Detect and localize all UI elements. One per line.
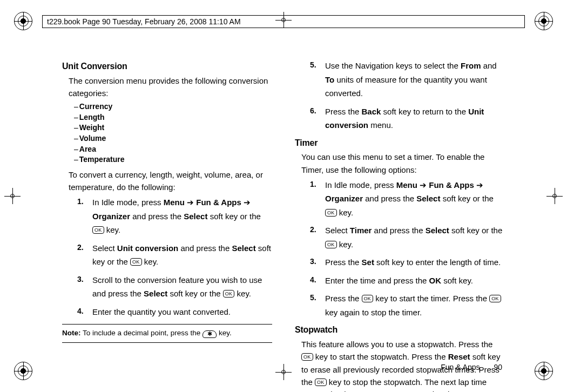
unit-conversion-steps: 1. In Idle mode, press Menu ➔ Fun & Apps… (77, 195, 272, 319)
page-header-text: t229.book Page 90 Tuesday, February 26, … (47, 17, 241, 26)
conversion-categories-list: –Currency –Length –Weight –Volume –Area … (74, 102, 272, 165)
ok-key-icon: OK (130, 258, 142, 266)
step-item: 3. Press the Set soft key to enter the l… (310, 255, 505, 269)
list-item: –Temperature (74, 154, 272, 165)
crop-cross-icon (4, 188, 21, 204)
section-title-timer: Timer (295, 137, 505, 150)
list-item: –Volume (74, 133, 272, 144)
registration-mark-icon (14, 12, 32, 30)
step-item: 2. Select Unit conversion and press the … (77, 241, 272, 269)
list-item: –Area (74, 144, 272, 155)
ok-key-icon: OK (362, 295, 374, 302)
step-item: 4. Enter the time and press the OK soft … (310, 274, 505, 288)
ok-key-icon: OK (315, 379, 327, 386)
unit-conversion-lead: To convert a currency, length, weight, v… (69, 168, 272, 194)
unit-conversion-intro: The conversion menu provides the followi… (69, 75, 272, 100)
step-item: 1. In Idle mode, press Menu ➔ Fun & Apps… (77, 195, 272, 237)
crop-cross-icon (546, 188, 563, 204)
ok-key-icon: OK (301, 353, 313, 361)
step-item: 5. Use the Navigation keys to select the… (310, 59, 505, 100)
registration-mark-icon (535, 12, 553, 30)
page-footer: Fun & Apps 90 (441, 363, 502, 371)
crop-cross-icon (275, 364, 292, 380)
ok-key-icon: OK (489, 295, 501, 302)
step-item: 5. Press the OK key to start the timer. … (310, 292, 505, 319)
list-item: –Currency (74, 102, 272, 112)
timer-steps: 1. In Idle mode, press Menu ➔ Fun & Apps… (310, 178, 505, 320)
page-content: Unit Conversion The conversion menu prov… (62, 57, 505, 360)
note-block: Note: To include a decimal point, press … (62, 324, 272, 343)
step-item: 1. In Idle mode, press Menu ➔ Fun & Apps… (310, 178, 505, 220)
section-title-unit-conversion: Unit Conversion (62, 60, 272, 73)
footer-page-number: 90 (494, 363, 502, 371)
footer-section: Fun & Apps (441, 363, 480, 371)
ok-key-icon: OK (223, 290, 235, 298)
page-header-bar: t229.book Page 90 Tuesday, February 26, … (42, 15, 525, 28)
timer-intro: You can use this menu to set a timer. To… (301, 151, 505, 176)
list-item: –Weight (74, 123, 272, 133)
ok-key-icon: OK (325, 241, 337, 248)
ok-key-icon: OK (92, 226, 104, 234)
registration-mark-icon (14, 362, 32, 380)
star-key-icon: ✱ (202, 330, 217, 338)
step-item: 6. Press the Back soft key to return to … (310, 105, 505, 132)
unit-conversion-steps-cont: 5. Use the Navigation keys to select the… (310, 59, 505, 132)
list-item: –Length (74, 112, 272, 123)
step-item: 4. Enter the quantity you want converted… (77, 305, 272, 319)
step-item: 2. Select Timer and press the Select sof… (310, 224, 505, 251)
registration-mark-icon (535, 362, 553, 380)
ok-key-icon: OK (325, 209, 337, 217)
section-title-stopwatch: Stopwatch (295, 323, 505, 337)
step-item: 3. Scroll to the conversion feature you … (77, 273, 272, 301)
